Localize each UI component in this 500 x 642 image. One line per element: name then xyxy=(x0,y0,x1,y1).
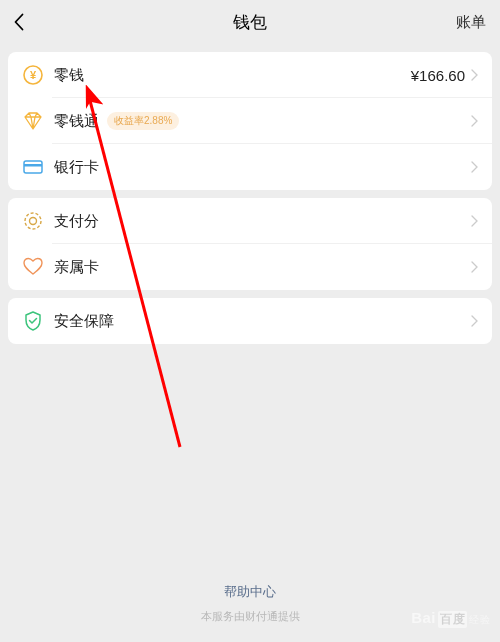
payscore-label: 支付分 xyxy=(54,212,99,231)
chevron-right-icon xyxy=(471,69,478,81)
svg-rect-2 xyxy=(24,161,42,173)
chevron-left-icon xyxy=(14,13,24,31)
chevron-right-icon xyxy=(471,161,478,173)
chevron-right-icon xyxy=(471,115,478,127)
lqt-item[interactable]: 零钱通 收益率2.88% xyxy=(8,98,492,144)
help-link[interactable]: 帮助中心 xyxy=(224,583,276,601)
heart-icon xyxy=(22,256,44,278)
familycard-item[interactable]: 亲属卡 xyxy=(8,244,492,290)
svg-text:¥: ¥ xyxy=(30,69,37,81)
watermark: Bai百度经验 xyxy=(411,609,490,628)
security-label: 安全保障 xyxy=(54,312,114,331)
shield-icon xyxy=(22,310,44,332)
security-section: 安全保障 xyxy=(8,298,492,344)
bankcard-label: 银行卡 xyxy=(54,158,99,177)
chevron-right-icon xyxy=(471,215,478,227)
header: 钱包 账单 xyxy=(0,0,500,44)
familycard-label: 亲属卡 xyxy=(54,258,99,277)
chevron-right-icon xyxy=(471,261,478,273)
card-icon xyxy=(22,156,44,178)
balance-item[interactable]: ¥ 零钱 ¥166.60 xyxy=(8,52,492,98)
yield-badge: 收益率2.88% xyxy=(107,112,179,130)
balance-value: ¥166.60 xyxy=(411,67,465,84)
coin-icon: ¥ xyxy=(22,64,44,86)
security-item[interactable]: 安全保障 xyxy=(8,298,492,344)
bills-button[interactable]: 账单 xyxy=(456,13,486,32)
score-icon xyxy=(22,210,44,232)
svg-rect-3 xyxy=(24,164,42,167)
svg-point-4 xyxy=(25,213,41,229)
bankcard-item[interactable]: 银行卡 xyxy=(8,144,492,190)
diamond-icon xyxy=(22,110,44,132)
payscore-item[interactable]: 支付分 xyxy=(8,198,492,244)
svg-point-5 xyxy=(30,218,37,225)
lqt-label: 零钱通 xyxy=(54,112,99,131)
balance-label: 零钱 xyxy=(54,66,84,85)
pay-section: 支付分 亲属卡 xyxy=(8,198,492,290)
chevron-right-icon xyxy=(471,315,478,327)
wallet-section: ¥ 零钱 ¥166.60 零钱通 收益率2.88% 银行卡 xyxy=(8,52,492,190)
page-title: 钱包 xyxy=(233,11,267,34)
back-button[interactable] xyxy=(14,13,38,31)
